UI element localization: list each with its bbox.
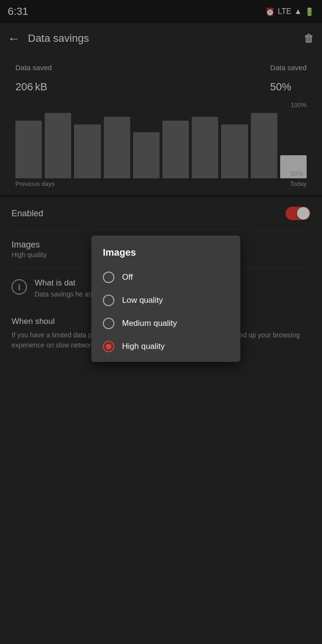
radio-label-3: High quality <box>122 342 165 351</box>
radio-circle-0 <box>103 272 114 283</box>
radio-label-0: Off <box>122 272 133 282</box>
radio-circle-1 <box>103 295 114 306</box>
dialog-options: OffLow qualityMedium qualityHigh quality <box>91 266 240 358</box>
dialog-title: Images <box>91 247 240 266</box>
dialog: Images OffLow qualityMedium qualityHigh … <box>91 235 240 362</box>
radio-label-1: Low quality <box>122 296 163 305</box>
radio-label-2: Medium quality <box>122 319 177 328</box>
radio-option-2[interactable]: Medium quality <box>91 312 240 335</box>
radio-option-1[interactable]: Low quality <box>91 289 240 312</box>
radio-circle-3 <box>103 341 114 352</box>
radio-inner-3 <box>106 344 111 349</box>
radio-option-0[interactable]: Off <box>91 266 240 289</box>
radio-circle-2 <box>103 318 114 329</box>
radio-option-3[interactable]: High quality <box>91 335 240 358</box>
